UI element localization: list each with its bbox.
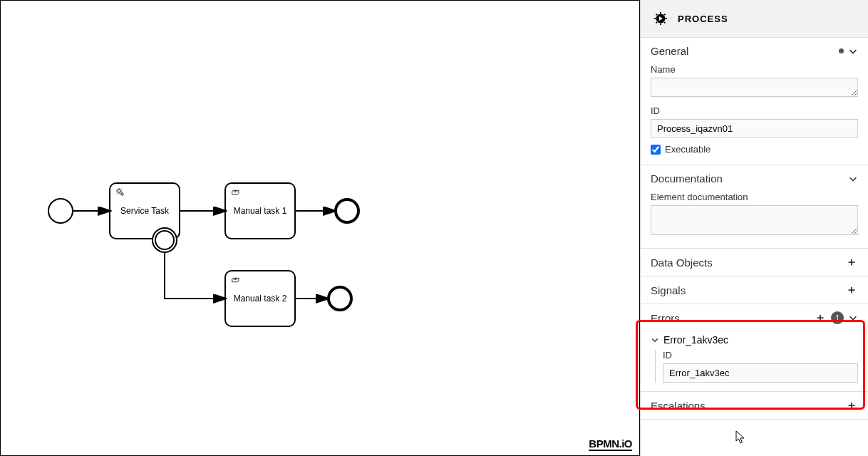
add-signal-button[interactable]: [845, 284, 858, 296]
task-label: Service Task: [120, 206, 169, 216]
group-title: Documentation: [651, 172, 844, 185]
boundary-event[interactable]: [152, 227, 177, 253]
group-general: General Name ID Executable: [641, 38, 868, 165]
error-id-label: ID: [663, 350, 858, 361]
panel-header: PROCESS: [641, 0, 868, 38]
group-errors-header[interactable]: Errors 1: [641, 304, 868, 331]
group-title: Escalations: [651, 400, 841, 412]
add-data-object-button[interactable]: [845, 256, 858, 269]
properties-panel: PROCESS General Name ID Executable: [640, 0, 868, 456]
group-data-objects: Data Objects: [641, 249, 868, 276]
group-signals: Signals: [641, 276, 868, 304]
name-input[interactable]: [651, 78, 858, 97]
manual-task-1-node[interactable]: Manual task 1: [224, 182, 296, 239]
element-doc-input[interactable]: [651, 205, 858, 235]
process-icon: [652, 10, 669, 27]
group-escalations: Escalations: [641, 392, 868, 420]
error-item-name: Error_1akv3ec: [663, 334, 728, 346]
id-label: ID: [651, 105, 858, 116]
panel-title: PROCESS: [678, 14, 728, 24]
executable-label: Executable: [665, 144, 711, 155]
diagram-canvas[interactable]: Service Task Manual task 1 Manual task 2: [0, 0, 640, 456]
gear-icon: [115, 187, 126, 198]
flow-boundary-to-manual2: [165, 253, 224, 299]
name-label: Name: [651, 64, 858, 75]
group-escalations-header[interactable]: Escalations: [641, 392, 868, 419]
error-id-input[interactable]: [663, 363, 858, 383]
error-list-item: Error_1akv3ec ID: [641, 331, 868, 391]
group-title: Errors: [651, 312, 810, 324]
group-errors: Errors 1 Error_1akv3ec ID: [641, 304, 868, 392]
element-doc-label: Element documentation: [651, 192, 858, 202]
end-event-2[interactable]: [327, 286, 353, 311]
hand-icon: [230, 274, 242, 286]
group-signals-header[interactable]: Signals: [641, 276, 868, 304]
plus-icon: [847, 257, 857, 267]
hand-icon: [230, 187, 242, 198]
group-title: General: [651, 45, 835, 57]
mouse-cursor: [735, 430, 747, 445]
add-error-button[interactable]: [814, 311, 827, 324]
chevron-down-icon: [848, 174, 858, 184]
group-general-header[interactable]: General: [641, 38, 868, 64]
errors-count-badge: 1: [831, 311, 844, 324]
task-label: Manual task 1: [234, 206, 287, 216]
group-data-objects-header[interactable]: Data Objects: [641, 249, 868, 276]
add-escalation-button[interactable]: [845, 399, 858, 412]
group-documentation: Documentation Element documentation: [641, 165, 868, 249]
modified-dot-icon: [839, 48, 844, 53]
id-input[interactable]: [651, 119, 858, 138]
svg-point-1: [121, 193, 123, 195]
executable-checkbox[interactable]: [651, 145, 661, 155]
group-title: Data Objects: [651, 256, 841, 269]
group-title: Signals: [651, 284, 841, 296]
chevron-down-icon: [848, 46, 858, 56]
svg-point-0: [118, 190, 120, 192]
chevron-down-icon: [651, 336, 659, 344]
manual-task-2-node[interactable]: Manual task 2: [224, 270, 296, 327]
plus-icon: [847, 285, 857, 295]
bpmn-logo: BPMN.iO: [589, 437, 632, 451]
chevron-down-icon: [848, 313, 858, 323]
group-documentation-header[interactable]: Documentation: [641, 165, 868, 192]
plus-icon: [847, 400, 857, 410]
start-event[interactable]: [48, 198, 73, 224]
end-event-1[interactable]: [334, 198, 360, 224]
error-item-header[interactable]: Error_1akv3ec: [651, 331, 858, 350]
task-label: Manual task 2: [234, 294, 287, 304]
plus-icon: [815, 313, 825, 323]
